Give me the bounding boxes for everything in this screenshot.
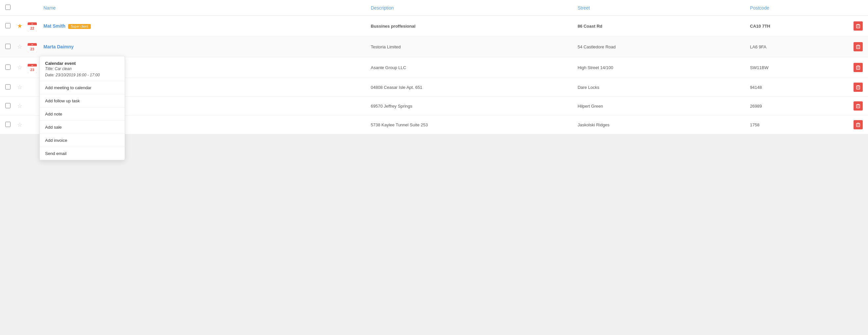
client-name-link[interactable]: Marta Daimny <box>43 44 74 49</box>
popup-actions: Add meeting to calendarAdd follow up tas… <box>40 81 125 134</box>
street-text: 86 Coast Rd <box>578 24 602 29</box>
super-client-badge: Super client <box>68 24 91 29</box>
star-cell[interactable]: ★ <box>16 16 26 36</box>
star-icon[interactable]: ☆ <box>17 64 22 71</box>
star-icon[interactable]: ☆ <box>17 121 22 128</box>
street-cell: Jaskolski Ridges <box>572 116 745 134</box>
delete-button[interactable] <box>854 42 863 51</box>
svg-rect-2 <box>857 66 860 69</box>
action-cell <box>848 57 868 78</box>
row-checkbox[interactable] <box>5 44 10 49</box>
name-cell: Mat SmithSuper client <box>38 16 366 36</box>
row-checkbox[interactable] <box>5 122 10 127</box>
client-name-link[interactable]: Mat Smith <box>43 23 65 29</box>
table-row: ☆tag2tag369570 Jeffrey SpringsHilpert Gr… <box>0 97 868 116</box>
row-checkbox[interactable] <box>5 103 10 108</box>
delete-button[interactable] <box>854 120 863 129</box>
action-cell <box>848 16 868 36</box>
delete-button[interactable] <box>854 83 863 92</box>
row-checkbox[interactable] <box>5 23 10 28</box>
calendar-cell <box>26 97 38 116</box>
table-row: ★▪▪22Mat SmithSuper clientBussines proff… <box>0 16 868 36</box>
calendar-icon[interactable]: ▪▪23 <box>28 43 37 52</box>
popup-title-label: Title: <box>45 66 54 71</box>
row-checkbox-cell <box>0 97 16 116</box>
description-text: Bussines proffesional <box>371 24 415 29</box>
row-checkbox-cell <box>0 78 16 97</box>
postcode-cell: CA10 7TH <box>745 16 848 36</box>
postcode-cell: 1758 <box>745 116 848 134</box>
delete-button[interactable] <box>854 21 863 31</box>
svg-rect-5 <box>857 123 860 127</box>
calendar-cell[interactable]: ▪▪23 <box>26 36 38 57</box>
star-icon[interactable]: ☆ <box>17 43 22 50</box>
action-col-header <box>848 0 868 16</box>
calendar-event-popup: Calendar event Title: Car clean Date: 23… <box>39 56 125 134</box>
row-checkbox-cell <box>0 36 16 57</box>
popup-action-add-follow-up-task[interactable]: Add follow up task <box>40 94 125 107</box>
postcode-cell: SW11BW <box>745 57 848 78</box>
table-row: ☆▪▪23Martin KowalskyVIPAsante Group LLCH… <box>0 57 868 78</box>
popup-date-label: Date: <box>45 73 55 77</box>
calendar-cell[interactable]: ▪▪22 <box>26 16 38 36</box>
row-checkbox[interactable] <box>5 64 10 70</box>
select-all-checkbox[interactable] <box>5 5 10 10</box>
popup-event-title: Calendar event <box>45 61 119 66</box>
desc-col-header: Description <box>366 0 572 16</box>
popup-action-add-meeting-to-calendar[interactable]: Add meeting to calendar <box>40 81 125 94</box>
star-cell[interactable]: ☆ <box>16 97 26 116</box>
description-text: 5738 Kaylee Tunnel Suite 253 <box>366 116 572 134</box>
select-all-header[interactable] <box>0 0 16 16</box>
name-cell: Marta Daimny <box>38 36 366 57</box>
popup-date-value: 23/10/2019 16:00 - 17:00 <box>56 73 100 77</box>
popup-action-add-invoice[interactable]: Add invoice <box>40 134 125 134</box>
street-col-header: Street <box>572 0 745 16</box>
calendar-icon[interactable]: ▪▪23 <box>28 64 37 73</box>
street-cell: Hilpert Green <box>572 97 745 116</box>
action-cell <box>848 97 868 116</box>
star-icon[interactable]: ★ <box>17 23 22 29</box>
svg-rect-1 <box>857 45 860 49</box>
name-col-header: Name <box>38 0 366 16</box>
row-checkbox-cell <box>0 116 16 134</box>
star-cell[interactable]: ☆ <box>16 78 26 97</box>
calendar-cell <box>26 78 38 97</box>
description-text: Testoria Limited <box>366 36 572 57</box>
row-checkbox-cell <box>0 57 16 78</box>
action-cell <box>848 78 868 97</box>
row-checkbox[interactable] <box>5 84 10 90</box>
description-cell: Bussines proffesional <box>366 16 572 36</box>
calendar-cell <box>26 116 38 134</box>
postcode-cell: LA6 9FA <box>745 36 848 57</box>
star-col-header <box>16 0 26 16</box>
popup-title-value: Car clean <box>55 66 71 71</box>
street-cell: 86 Coast Rd <box>572 16 745 36</box>
star-cell[interactable]: ☆ <box>16 116 26 134</box>
calendar-icon[interactable]: ▪▪22 <box>28 22 37 32</box>
popup-action-add-sale[interactable]: Add sale <box>40 121 125 133</box>
table-row: ☆04808 Ceasar Isle Apt. 651Dare Locks941… <box>0 78 868 97</box>
delete-button[interactable] <box>854 101 863 111</box>
table-row: ☆▪▪23Marta DaimnyTestoria Limited54 Cast… <box>0 36 868 57</box>
svg-rect-4 <box>857 105 860 108</box>
action-cell <box>848 36 868 57</box>
table-row: ☆5738 Kaylee Tunnel Suite 253Jaskolski R… <box>0 116 868 134</box>
calendar-cell[interactable]: ▪▪23 <box>26 57 38 78</box>
postcode-cell: 94148 <box>745 78 848 97</box>
star-cell[interactable]: ☆ <box>16 36 26 57</box>
street-cell: Dare Locks <box>572 78 745 97</box>
cal-col-header <box>26 0 38 16</box>
postcode-text: CA10 7TH <box>750 24 770 29</box>
postcode-cell: 26989 <box>745 97 848 116</box>
popup-event-info: Title: Car clean Date: 23/10/2019 16:00 … <box>45 66 119 78</box>
street-cell: 54 Castledore Road <box>572 36 745 57</box>
star-icon[interactable]: ☆ <box>17 103 22 109</box>
star-icon[interactable]: ☆ <box>17 84 22 91</box>
delete-button[interactable] <box>854 63 863 72</box>
star-cell[interactable]: ☆ <box>16 57 26 78</box>
description-text: 69570 Jeffrey Springs <box>366 97 572 116</box>
popup-action-add-note[interactable]: Add note <box>40 108 125 120</box>
row-checkbox-cell <box>0 16 16 36</box>
postcode-col-header: Postcode <box>745 0 848 16</box>
description-text: Asante Group LLC <box>366 57 572 78</box>
